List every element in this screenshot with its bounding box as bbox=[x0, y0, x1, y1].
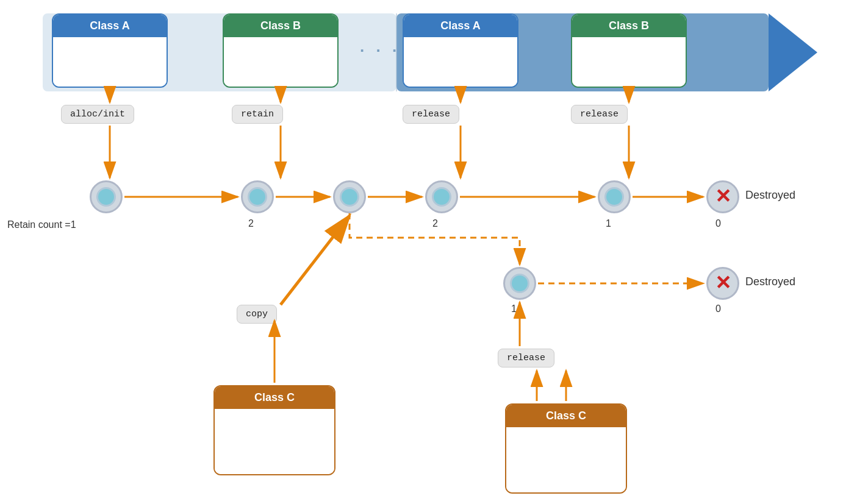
class-c-2-box: Class C bbox=[505, 403, 627, 494]
class-a-2-body bbox=[404, 37, 517, 87]
diagram: Class A Class B · · · Class A Class B al… bbox=[0, 0, 857, 504]
x-mark-1: ✕ bbox=[715, 186, 731, 206]
count-label-1: Retain count =1 bbox=[7, 219, 76, 230]
retain-label: retain bbox=[232, 105, 283, 124]
destroyed-circle-2: ✕ bbox=[706, 267, 739, 300]
timeline-dots: · · · bbox=[360, 41, 400, 60]
copy-label: copy bbox=[237, 305, 277, 324]
retain-circle-4 bbox=[425, 180, 458, 213]
retain-circle-5 bbox=[598, 180, 631, 213]
destroyed-circle-1: ✕ bbox=[706, 180, 739, 213]
class-a-1-box: Class A bbox=[52, 13, 168, 88]
class-a-1-header: Class A bbox=[53, 15, 167, 37]
count-label-7: 1 bbox=[511, 303, 517, 314]
class-a-1-body bbox=[53, 37, 167, 87]
release-2-label: release bbox=[571, 105, 628, 124]
class-b-2-body bbox=[572, 37, 686, 87]
retain-circle-4-inner bbox=[432, 187, 451, 207]
release-1-label: release bbox=[403, 105, 459, 124]
count-label-2: 2 bbox=[248, 218, 254, 229]
destroyed-label-1: Destroyed bbox=[745, 189, 795, 202]
count-label-6: 0 bbox=[715, 218, 721, 229]
x-mark-2: ✕ bbox=[715, 273, 731, 293]
retain-circle-1 bbox=[90, 180, 123, 213]
class-a-2-header: Class A bbox=[404, 15, 517, 37]
class-b-1-body bbox=[224, 37, 337, 87]
alloc-init-label: alloc/init bbox=[61, 105, 134, 124]
class-c-1-box: Class C bbox=[213, 385, 335, 475]
destroyed-label-2: Destroyed bbox=[745, 275, 795, 288]
count-label-8: 0 bbox=[715, 303, 721, 314]
class-c-1-body bbox=[215, 409, 334, 474]
class-b-1-header: Class B bbox=[224, 15, 337, 37]
svg-marker-2 bbox=[769, 13, 817, 91]
retain-circle-7 bbox=[503, 267, 536, 300]
retain-circle-1-inner bbox=[96, 187, 116, 207]
retain-circle-3-inner bbox=[340, 187, 359, 207]
class-b-2-box: Class B bbox=[571, 13, 687, 88]
count-label-4: 2 bbox=[432, 218, 438, 229]
count-label-5: 1 bbox=[606, 218, 611, 229]
count-label-3: 2 bbox=[340, 218, 346, 229]
class-c-2-header: Class C bbox=[506, 405, 626, 427]
retain-circle-7-inner bbox=[510, 274, 529, 293]
retain-circle-3 bbox=[333, 180, 366, 213]
class-c-1-header: Class C bbox=[215, 386, 334, 409]
retain-circle-5-inner bbox=[604, 187, 624, 207]
retain-circle-2 bbox=[241, 180, 274, 213]
class-a-2-box: Class A bbox=[403, 13, 518, 88]
retain-circle-2-inner bbox=[248, 187, 267, 207]
class-b-1-box: Class B bbox=[223, 13, 339, 88]
class-c-2-body bbox=[506, 427, 626, 492]
class-b-2-header: Class B bbox=[572, 15, 686, 37]
release-3-label: release bbox=[498, 349, 554, 367]
